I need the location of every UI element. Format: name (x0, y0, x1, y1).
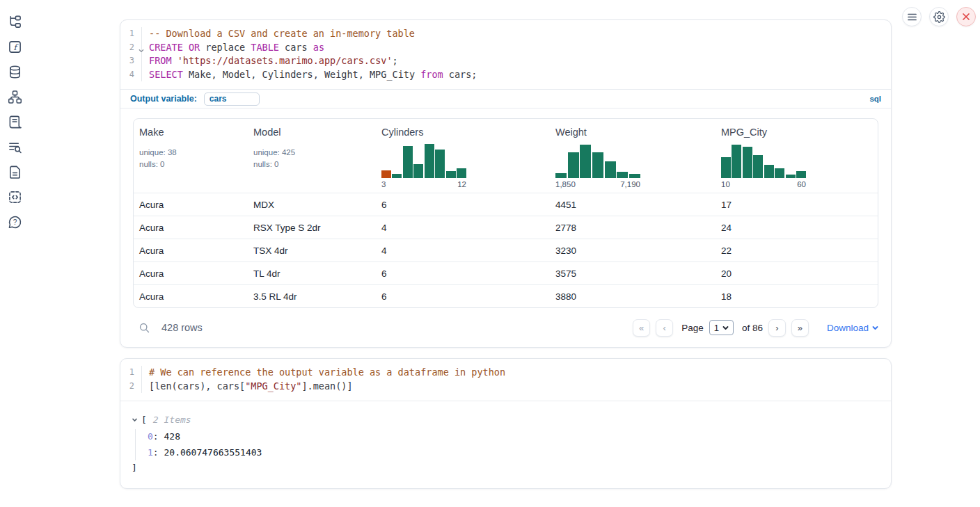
column-header-model[interactable]: Modelunique: 425nulls: 0 (248, 127, 376, 188)
entry-value: 428 (164, 431, 180, 442)
page-select[interactable]: 1 (709, 320, 734, 335)
code-text: SELECT Make, Model, Cylinders, Weight, M… (142, 68, 477, 82)
notebook: 1-- Download a CSV and create an in-memo… (120, 0, 892, 489)
column-stats: unique: 425nulls: 0 (253, 147, 376, 170)
topbar (902, 7, 976, 26)
code-token: [len(cars), cars[ (149, 380, 245, 392)
column-header-cylinders[interactable]: Cylinders312 (376, 127, 550, 188)
help-icon[interactable]: ? (7, 214, 22, 230)
histogram-bar (775, 168, 784, 178)
scratchpad-icon[interactable] (7, 114, 22, 129)
settings-button[interactable] (929, 7, 949, 26)
histogram-bars[interactable] (721, 142, 806, 178)
table-row: Acura3.5 RL 4dr6388018 (134, 284, 878, 307)
code-token: replace (200, 42, 251, 53)
logs-icon[interactable] (7, 139, 22, 154)
table-cell: 22 (716, 246, 878, 256)
axis-min-label: 3 (381, 180, 386, 188)
menu-button[interactable] (902, 7, 922, 26)
prev-page-button[interactable]: ‹ (656, 319, 673, 337)
language-badge[interactable]: sql (869, 95, 881, 103)
sql-cell: 1-- Download a CSV and create an in-memo… (120, 19, 892, 348)
code-text: [len(cars), cars["MPG_City"].mean()] (142, 380, 353, 394)
column-header-weight[interactable]: Weight1,8507,190 (550, 127, 716, 188)
entry-index: 1 (148, 447, 153, 458)
variables-icon[interactable]: f (7, 39, 22, 54)
code-token (183, 42, 189, 53)
table-cell: Acura (134, 200, 248, 210)
histogram-bar (555, 173, 567, 178)
histogram-bar (392, 174, 402, 178)
snippets-icon[interactable] (7, 189, 22, 204)
code-token: FROM (149, 55, 172, 66)
line-number: 2 (120, 41, 142, 55)
svg-text:?: ? (13, 218, 17, 225)
histogram-bar (425, 144, 434, 178)
table-row: AcuraRSX Type S 2dr4277824 (134, 216, 878, 239)
download-button[interactable]: Download (827, 323, 878, 333)
items-count-label: 2 Items (153, 413, 191, 426)
table-cell: 2778 (550, 223, 716, 233)
table-cell: TL 4dr (248, 268, 376, 279)
entry-value: 20.060747663551403 (164, 447, 262, 458)
column-stats: unique: 38nulls: 0 (139, 147, 248, 170)
output-variable-label: Output variable: (130, 94, 197, 104)
column-label: MPG_City (721, 127, 878, 138)
table-cell: Acura (134, 291, 248, 302)
table-cell: 3.5 RL 4dr (248, 291, 376, 302)
histogram-bars[interactable] (555, 142, 640, 178)
first-page-button[interactable]: « (633, 319, 650, 337)
documentation-icon[interactable] (7, 164, 22, 179)
line-number: 4 (120, 68, 142, 82)
code-token: "MPG_City" (245, 380, 301, 392)
column-header-mpg_city[interactable]: MPG_City1060 (716, 127, 878, 188)
output-entry: 0: 428 (148, 429, 891, 445)
close-button[interactable] (956, 7, 976, 26)
code-token: Make, Model, Cylinders, Weight, MPG_City (183, 69, 420, 80)
table-cell: 6 (376, 291, 550, 302)
code-token: ].mean()] (301, 380, 352, 392)
output-variable-input[interactable] (204, 92, 260, 106)
dependency-graph-icon[interactable] (7, 89, 22, 104)
code-line: 4SELECT Make, Model, Cylinders, Weight, … (120, 68, 891, 82)
histogram-axis: 1060 (721, 180, 806, 188)
column-histogram: 312 (381, 142, 466, 188)
sql-code-editor[interactable]: 1-- Download a CSV and create an in-memo… (120, 20, 891, 89)
stat-line: nulls: 0 (253, 159, 376, 170)
data-table: Makeunique: 38nulls: 0Modelunique: 425nu… (133, 118, 878, 308)
stat-line: nulls: 0 (139, 159, 248, 170)
table-cell: 18 (716, 291, 878, 302)
python-code-editor[interactable]: 1# We can reference the output variable … (120, 359, 891, 401)
chevron-down-icon (872, 325, 878, 331)
table-cell: 20 (716, 268, 878, 279)
file-explorer-icon[interactable] (7, 14, 22, 29)
pagination: « ‹ Page 1 of 86 › » Download (633, 319, 878, 337)
table-cell: 6 (376, 200, 550, 210)
code-token (172, 55, 177, 66)
column-header-make[interactable]: Makeunique: 38nulls: 0 (134, 127, 248, 188)
column-label: Make (139, 127, 248, 138)
entry-index: 0 (148, 431, 153, 442)
table-cell: 3880 (550, 291, 716, 302)
table-cell: TSX 4dr (248, 246, 376, 256)
chevron-down-icon (722, 325, 729, 331)
code-text: CREATE OR replace TABLE cars as (142, 41, 324, 55)
next-page-button[interactable]: › (768, 319, 786, 337)
collapse-chevron-icon[interactable] (132, 417, 138, 423)
table-row: AcuraTL 4dr6357520 (134, 261, 878, 284)
code-token: as (313, 42, 324, 53)
code-line: 1-- Download a CSV and create an in-memo… (120, 27, 891, 41)
table-row: AcuraTSX 4dr4323022 (134, 239, 878, 261)
histogram-bar (446, 171, 456, 178)
line-number: 3 (120, 54, 142, 68)
last-page-button[interactable]: » (791, 319, 809, 337)
search-icon[interactable] (139, 322, 150, 334)
histogram-bar (764, 165, 774, 178)
histogram-bar (568, 152, 579, 178)
fold-chevron-icon[interactable] (139, 45, 144, 50)
table-cell: 4 (376, 246, 550, 256)
datasources-icon[interactable] (7, 64, 22, 79)
histogram-bars[interactable] (381, 142, 466, 178)
code-token: TABLE (251, 42, 279, 53)
hamburger-icon (908, 13, 917, 21)
